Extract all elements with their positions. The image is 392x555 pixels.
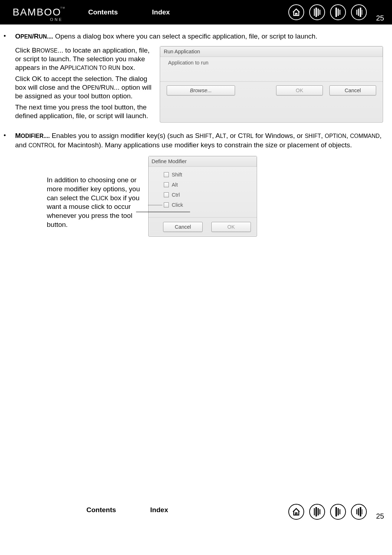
contents-link[interactable]: Contents	[88, 8, 118, 16]
modifier-body: MODIFIER.... Enables you to assign modif…	[15, 131, 385, 149]
first-page-icon[interactable]	[309, 504, 325, 520]
bullet: •	[4, 131, 15, 149]
svg-rect-3	[320, 10, 321, 15]
cancel-button[interactable]: Cancel	[163, 222, 203, 232]
p1b: ROWSE	[36, 48, 58, 54]
svg-rect-18	[356, 509, 357, 514]
modifier-two-col: In addition to choosing one or more modi…	[47, 156, 385, 237]
svg-rect-13	[318, 508, 319, 515]
openrun-body: OPEN/RUN.... Opens a dialog box where yo…	[15, 32, 385, 41]
header-page-number: 25	[376, 14, 384, 22]
checkbox-icon	[164, 192, 169, 197]
mdj: OPTION	[325, 133, 346, 139]
mdb: HIFT	[199, 133, 212, 139]
mdg: for Windows, or	[253, 132, 305, 139]
openrun-two-col: Click BROWSE... to locate an application…	[15, 46, 385, 123]
logo-main: BAMBOO	[13, 6, 61, 18]
svg-rect-5	[338, 9, 339, 16]
openrun-t1: O	[15, 32, 21, 40]
openrun-desc: Opens a dialog box where you can select …	[53, 32, 317, 40]
index-link[interactable]: Index	[152, 8, 170, 16]
svg-rect-11	[314, 508, 315, 515]
dialog1-title: Run Application	[160, 46, 383, 57]
dialog1-body: Application to run	[160, 57, 383, 81]
ok-button[interactable]: OK	[211, 222, 251, 232]
prev-page-icon[interactable]	[330, 4, 346, 20]
contents-link[interactable]: Contents	[86, 506, 116, 514]
mdo: for Macintosh). Many applications use mo…	[56, 141, 352, 149]
logo: BAMBOO TM ONE	[13, 6, 61, 18]
svg-rect-15	[335, 507, 337, 516]
svg-rect-16	[338, 508, 339, 515]
p2c: /R	[99, 84, 106, 91]
shift-checkbox[interactable]: Shift	[164, 172, 257, 178]
nb: LICK	[96, 195, 108, 201]
page-content: • OPEN/RUN.... Opens a dialog box where …	[0, 24, 392, 237]
dialog1-buttons: Browse... OK Cancel	[160, 81, 383, 100]
openrun-t2: PEN	[21, 33, 32, 40]
p1d: PPLICATION TO RUN	[64, 65, 120, 71]
leader-line	[136, 212, 190, 212]
ok-button[interactable]: OK	[276, 85, 323, 95]
svg-rect-0	[314, 9, 315, 16]
p1a: Click B	[15, 46, 36, 54]
mod-t2: ODIFIER....	[21, 133, 50, 139]
index-link[interactable]: Index	[150, 506, 168, 514]
svg-rect-9	[360, 8, 361, 17]
alt-checkbox[interactable]: Alt	[164, 182, 257, 188]
svg-rect-20	[360, 507, 361, 516]
header-icons	[288, 4, 367, 20]
svg-rect-8	[358, 9, 359, 16]
checkbox-icon	[164, 182, 169, 187]
svg-rect-6	[339, 10, 341, 15]
footer-nav: Contents Index	[86, 506, 168, 514]
application-to-run-label: Application to run	[167, 60, 376, 66]
modifier-note: In addition to choosing one or more modi…	[47, 176, 140, 229]
header-nav: Contents Index	[88, 8, 170, 16]
mdl: COMMAND	[350, 133, 380, 139]
modifier-checklist: Shift Alt Ctrl Click	[149, 167, 257, 217]
ctrl-label: Ctrl	[172, 192, 180, 198]
first-page-icon[interactable]	[309, 4, 325, 20]
mdi: ,	[321, 132, 325, 139]
mdf: TRL	[243, 133, 253, 139]
cancel-button[interactable]: Cancel	[329, 85, 376, 95]
next-page-icon[interactable]	[351, 504, 367, 520]
next-page-icon[interactable]	[351, 4, 367, 20]
run-application-dialog: Run Application Application to run Brows…	[160, 46, 383, 123]
browse-button[interactable]: Browse...	[167, 85, 235, 95]
alt-label: Alt	[172, 182, 178, 188]
footer-page-number: 25	[376, 512, 384, 520]
mdh: SHIFT	[305, 133, 321, 139]
home-icon[interactable]	[288, 504, 304, 520]
shift-label: Shift	[172, 172, 182, 178]
click-checkbox[interactable]: Click	[148, 202, 257, 208]
openrun-section: • OPEN/RUN.... Opens a dialog box where …	[4, 32, 385, 41]
home-icon[interactable]	[288, 4, 304, 20]
p1e: box.	[120, 64, 135, 71]
svg-rect-12	[316, 507, 317, 516]
mod-t1: M	[15, 132, 21, 139]
openrun-t4: UN....	[39, 33, 53, 40]
dialog2-buttons: Cancel OK	[149, 217, 257, 236]
mda: Enables you to assign modifier key(s) (s…	[50, 132, 199, 139]
svg-rect-17	[339, 509, 341, 514]
openrun-text-col: Click BROWSE... to locate an application…	[15, 46, 156, 123]
checkbox-icon	[164, 172, 169, 177]
bullet: •	[4, 32, 15, 41]
ctrl-checkbox[interactable]: Ctrl	[164, 192, 257, 198]
svg-rect-19	[358, 508, 359, 515]
svg-rect-14	[320, 509, 321, 514]
footer-icons	[288, 504, 367, 520]
define-modifier-dialog: Define Modifier Shift Alt Ctrl Click Can…	[148, 156, 257, 237]
svg-rect-2	[318, 9, 319, 16]
modifier-section: • MODIFIER.... Enables you to assign mod…	[4, 131, 385, 149]
p2d: UN	[106, 85, 114, 91]
prev-page-icon[interactable]	[330, 504, 346, 520]
dialog2-title: Define Modifier	[149, 156, 257, 167]
mdc: , A	[212, 132, 220, 139]
mdd: LT	[220, 133, 226, 139]
logo-tm: TM	[60, 6, 66, 9]
svg-rect-10	[362, 10, 362, 15]
checkbox-icon	[164, 202, 169, 207]
